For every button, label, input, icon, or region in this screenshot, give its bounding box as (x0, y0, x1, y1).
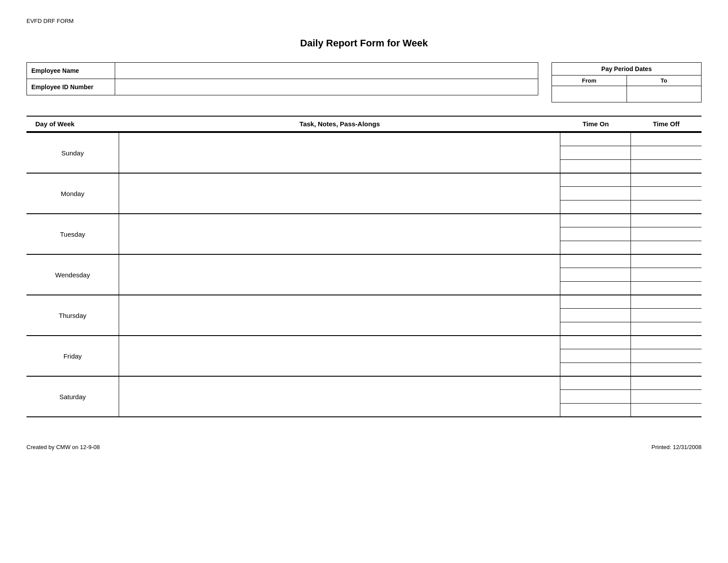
day-label-monday: Monday (26, 174, 119, 213)
task-field-saturday[interactable] (119, 377, 560, 416)
task-field-thursday[interactable] (119, 295, 560, 335)
employee-id-field[interactable] (115, 79, 538, 95)
pay-period-header: Pay Period Dates (552, 63, 701, 76)
employee-id-label: Employee ID Number (27, 79, 115, 95)
task-field-friday[interactable] (119, 336, 560, 376)
employee-name-field[interactable] (115, 63, 538, 79)
timeoff-line-3[interactable] (631, 200, 702, 213)
task-field-monday[interactable] (119, 174, 560, 213)
col-header-task: Task, Notes, Pass-Alongs (119, 117, 560, 131)
timeoff-line-1[interactable] (631, 255, 702, 268)
timeoff-line-3[interactable] (631, 160, 702, 173)
timeon-monday (560, 174, 631, 213)
timeon-line-3[interactable] (560, 282, 630, 295)
timeon-line-2[interactable] (560, 268, 630, 281)
timeoff-saturday (631, 377, 702, 416)
timeon-line-3[interactable] (560, 404, 630, 416)
day-row-sunday: Sunday (26, 132, 702, 173)
timeoff-sunday (631, 133, 702, 173)
timeon-line-1[interactable] (560, 174, 630, 187)
day-label-saturday: Saturday (26, 377, 119, 416)
timeon-line-1[interactable] (560, 336, 630, 349)
timeoff-line-1[interactable] (631, 133, 702, 146)
timeoff-line-3[interactable] (631, 241, 702, 254)
task-field-wednesday[interactable] (119, 255, 560, 295)
timeon-line-1[interactable] (560, 377, 630, 390)
day-label-wednesday: Wendesday (26, 255, 119, 295)
timeon-line-1[interactable] (560, 133, 630, 146)
timeoff-line-3[interactable] (631, 282, 702, 295)
employee-name-label: Employee Name (27, 63, 115, 79)
info-section: Employee Name Employee ID Number Pay Per… (26, 62, 702, 102)
timeon-line-1[interactable] (560, 255, 630, 268)
timeoff-line-1[interactable] (631, 336, 702, 349)
footer: Created by CMW on 12-9-08 Printed: 12/31… (26, 444, 702, 450)
day-label-friday: Friday (26, 336, 119, 376)
timeon-line-2[interactable] (560, 390, 630, 403)
timeoff-line-2[interactable] (631, 146, 702, 159)
timeon-line-3[interactable] (560, 200, 630, 213)
day-label-tuesday: Tuesday (26, 214, 119, 254)
timeoff-line-2[interactable] (631, 268, 702, 281)
day-row-monday: Monday (26, 173, 702, 213)
pay-period-subheader: From To (552, 76, 701, 86)
day-row-wednesday: Wendesday (26, 254, 702, 295)
timeoff-line-3[interactable] (631, 363, 702, 376)
timeoff-line-3[interactable] (631, 322, 702, 335)
timeoff-line-1[interactable] (631, 377, 702, 390)
timeoff-line-2[interactable] (631, 390, 702, 403)
timeoff-line-2[interactable] (631, 349, 702, 363)
timeon-line-2[interactable] (560, 309, 630, 322)
timeoff-thursday (631, 295, 702, 335)
timeon-line-3[interactable] (560, 322, 630, 335)
timeon-saturday (560, 377, 631, 416)
day-row-thursday: Thursday (26, 295, 702, 335)
pay-period-from-label: From (552, 76, 627, 86)
page-title: Daily Report Form for Week (26, 38, 702, 49)
timeoff-monday (631, 174, 702, 213)
day-row-saturday: Saturday (26, 376, 702, 417)
timeoff-line-1[interactable] (631, 295, 702, 309)
timeoff-line-2[interactable] (631, 227, 702, 241)
timeon-line-2[interactable] (560, 187, 630, 200)
col-header-timeon: Time On (560, 117, 631, 131)
pay-period-section: Pay Period Dates From To (552, 62, 702, 102)
timeoff-line-2[interactable] (631, 309, 702, 322)
task-field-sunday[interactable] (119, 133, 560, 173)
footer-created: Created by CMW on 12-9-08 (26, 444, 100, 450)
employee-info: Employee Name Employee ID Number (26, 62, 538, 102)
task-field-tuesday[interactable] (119, 214, 560, 254)
timeon-line-3[interactable] (560, 160, 630, 173)
timeon-friday (560, 336, 631, 376)
timeon-line-3[interactable] (560, 241, 630, 254)
timeon-tuesday (560, 214, 631, 254)
day-row-tuesday: Tuesday (26, 213, 702, 254)
schedule-header: Day of Week Task, Notes, Pass-Alongs Tim… (26, 116, 702, 132)
timeoff-friday (631, 336, 702, 376)
footer-printed: Printed: 12/31/2008 (652, 444, 702, 450)
day-row-friday: Friday (26, 335, 702, 376)
timeoff-tuesday (631, 214, 702, 254)
pay-period-from-value[interactable] (552, 86, 627, 102)
timeoff-line-3[interactable] (631, 404, 702, 416)
timeoff-line-1[interactable] (631, 214, 702, 227)
col-header-timeoff: Time Off (631, 117, 702, 131)
timeon-line-2[interactable] (560, 227, 630, 241)
pay-period-values (552, 86, 701, 102)
timeoff-line-1[interactable] (631, 174, 702, 187)
col-header-day: Day of Week (26, 117, 119, 131)
day-label-thursday: Thursday (26, 295, 119, 335)
timeon-wednesday (560, 255, 631, 295)
timeon-line-2[interactable] (560, 146, 630, 159)
timeon-line-2[interactable] (560, 349, 630, 363)
timeoff-wednesday (631, 255, 702, 295)
timeon-line-1[interactable] (560, 214, 630, 227)
day-label-sunday: Sunday (26, 133, 119, 173)
timeon-line-3[interactable] (560, 363, 630, 376)
employee-name-row: Employee Name (26, 62, 538, 79)
schedule-container: Day of Week Task, Notes, Pass-Alongs Tim… (26, 116, 702, 417)
page-header-label: EVFD DRF FORM (26, 18, 702, 24)
timeon-line-1[interactable] (560, 295, 630, 309)
timeoff-line-2[interactable] (631, 187, 702, 200)
pay-period-to-value[interactable] (627, 86, 702, 102)
